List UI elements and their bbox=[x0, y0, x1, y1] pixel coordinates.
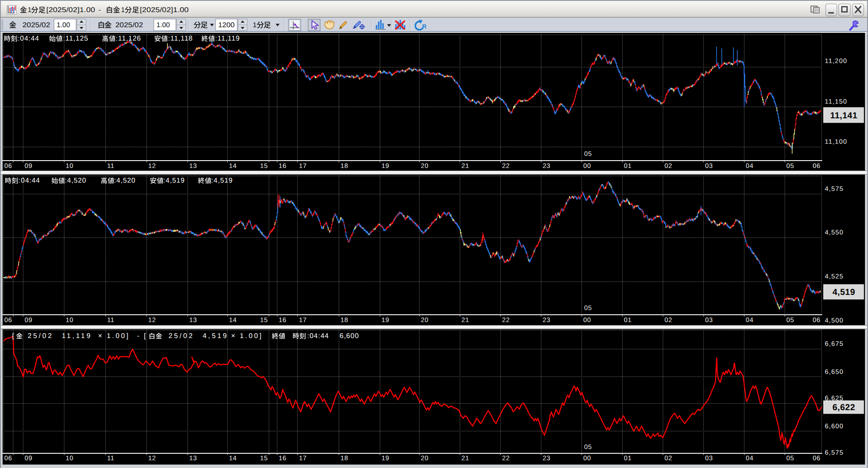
svg-text:11,119: 11,119 bbox=[62, 332, 92, 340]
svg-text:2025/02: 2025/02 bbox=[115, 22, 143, 29]
svg-text:09: 09 bbox=[25, 316, 32, 324]
svg-text:11: 11 bbox=[107, 162, 114, 170]
svg-text::04:44: :04:44 bbox=[19, 177, 40, 184]
svg-text:[2025/02]1.00: [2025/02]1.00 bbox=[46, 6, 95, 14]
svg-text::04:44: :04:44 bbox=[18, 35, 39, 42]
svg-text:4,525: 4,525 bbox=[825, 273, 844, 280]
svg-text:23: 23 bbox=[543, 455, 550, 462]
svg-text:12: 12 bbox=[148, 316, 156, 324]
svg-text:1.00: 1.00 bbox=[156, 22, 170, 29]
svg-text::4,520: :4,520 bbox=[114, 177, 136, 184]
svg-text:03: 03 bbox=[705, 316, 713, 324]
svg-text:20: 20 bbox=[421, 316, 429, 324]
svg-text:19: 19 bbox=[382, 316, 389, 324]
svg-text:-: - bbox=[99, 6, 101, 14]
svg-text:13: 13 bbox=[189, 455, 197, 462]
svg-text:4,519: 4,519 bbox=[203, 332, 229, 340]
svg-text:06: 06 bbox=[4, 316, 12, 324]
svg-text:11: 11 bbox=[107, 316, 114, 324]
svg-text:1: 1 bbox=[28, 6, 32, 14]
svg-text::4,520: :4,520 bbox=[65, 177, 86, 184]
svg-text:18: 18 bbox=[340, 162, 348, 170]
svg-text:02: 02 bbox=[665, 162, 672, 170]
svg-text:04: 04 bbox=[746, 455, 754, 462]
svg-text:05: 05 bbox=[584, 443, 592, 451]
svg-text:17: 17 bbox=[299, 162, 307, 170]
svg-text:11,150: 11,150 bbox=[825, 98, 847, 105]
svg-text:06: 06 bbox=[813, 162, 820, 170]
svg-text:16: 16 bbox=[279, 162, 286, 170]
svg-text:06: 06 bbox=[813, 455, 820, 462]
svg-text::04:44: :04:44 bbox=[307, 332, 329, 340]
svg-text:14: 14 bbox=[229, 455, 237, 462]
svg-text:10: 10 bbox=[66, 316, 73, 324]
svg-text::4,519: :4,519 bbox=[163, 177, 185, 184]
svg-text:05: 05 bbox=[786, 162, 794, 170]
svg-text:13: 13 bbox=[189, 162, 197, 170]
svg-text:00: 00 bbox=[583, 316, 591, 324]
svg-text:1: 1 bbox=[121, 6, 125, 14]
svg-text:1.00: 1.00 bbox=[57, 22, 70, 29]
svg-text:15: 15 bbox=[260, 162, 268, 170]
svg-text:2025/02: 2025/02 bbox=[22, 22, 50, 29]
svg-text:6,600: 6,600 bbox=[340, 332, 359, 340]
svg-text:04: 04 bbox=[746, 316, 754, 324]
svg-text:22: 22 bbox=[502, 455, 510, 462]
svg-text:00: 00 bbox=[583, 455, 591, 462]
svg-text:R: R bbox=[422, 23, 426, 30]
svg-text:[: [ bbox=[12, 332, 14, 340]
svg-text:13: 13 bbox=[189, 316, 197, 324]
svg-text:25/02: 25/02 bbox=[169, 332, 194, 340]
svg-text:18: 18 bbox=[340, 455, 348, 462]
svg-text:17: 17 bbox=[299, 316, 307, 324]
svg-text:1200: 1200 bbox=[218, 22, 235, 29]
svg-text:×: × bbox=[98, 332, 102, 340]
svg-text:6,600: 6,600 bbox=[825, 423, 844, 430]
svg-text:10: 10 bbox=[66, 162, 73, 170]
svg-text::11,118: :11,118 bbox=[168, 35, 193, 42]
svg-text:19: 19 bbox=[382, 455, 389, 462]
svg-text:06: 06 bbox=[813, 316, 820, 324]
svg-text:15: 15 bbox=[260, 316, 268, 324]
svg-text:6,575: 6,575 bbox=[825, 449, 844, 456]
svg-text:14: 14 bbox=[229, 162, 237, 170]
svg-text:21: 21 bbox=[461, 316, 469, 324]
svg-text:17: 17 bbox=[299, 455, 307, 462]
svg-text:4,550: 4,550 bbox=[825, 229, 844, 236]
svg-text:21: 21 bbox=[461, 162, 469, 170]
svg-text:05: 05 bbox=[584, 304, 592, 312]
svg-text:6,650: 6,650 bbox=[825, 368, 844, 376]
svg-text:1.00]: 1.00] bbox=[107, 332, 130, 340]
svg-text:25/02: 25/02 bbox=[28, 332, 54, 340]
svg-text:09: 09 bbox=[25, 162, 32, 170]
svg-text:02: 02 bbox=[665, 316, 672, 324]
svg-text:4,500: 4,500 bbox=[825, 317, 844, 324]
svg-text:×: × bbox=[231, 332, 235, 340]
svg-text:00: 00 bbox=[583, 162, 591, 170]
svg-text:6,675: 6,675 bbox=[825, 340, 844, 348]
svg-text:21: 21 bbox=[461, 455, 469, 462]
svg-text:4,519: 4,519 bbox=[833, 288, 855, 297]
svg-text:05: 05 bbox=[786, 316, 794, 324]
svg-text:4,575: 4,575 bbox=[825, 185, 844, 193]
svg-text:[: [ bbox=[144, 332, 146, 340]
svg-text:11,141: 11,141 bbox=[830, 111, 857, 120]
svg-text:[2025/02]1.00: [2025/02]1.00 bbox=[140, 6, 189, 14]
svg-text:12: 12 bbox=[148, 455, 156, 462]
svg-text:02: 02 bbox=[665, 455, 672, 462]
svg-text:23: 23 bbox=[543, 162, 550, 170]
svg-text:1: 1 bbox=[253, 22, 257, 29]
svg-text:10: 10 bbox=[66, 455, 73, 462]
svg-text:20: 20 bbox=[421, 162, 429, 170]
svg-text:12: 12 bbox=[148, 162, 156, 170]
svg-text::11,119: :11,119 bbox=[215, 35, 240, 42]
svg-text:6,622: 6,622 bbox=[833, 403, 855, 412]
svg-text:01: 01 bbox=[624, 316, 632, 324]
svg-text:-: - bbox=[137, 332, 140, 340]
svg-text:20: 20 bbox=[421, 455, 429, 462]
svg-text:15: 15 bbox=[260, 455, 268, 462]
svg-text:22: 22 bbox=[502, 162, 510, 170]
svg-text:06: 06 bbox=[4, 162, 12, 170]
svg-text:11: 11 bbox=[107, 455, 114, 462]
svg-text:16: 16 bbox=[279, 316, 286, 324]
